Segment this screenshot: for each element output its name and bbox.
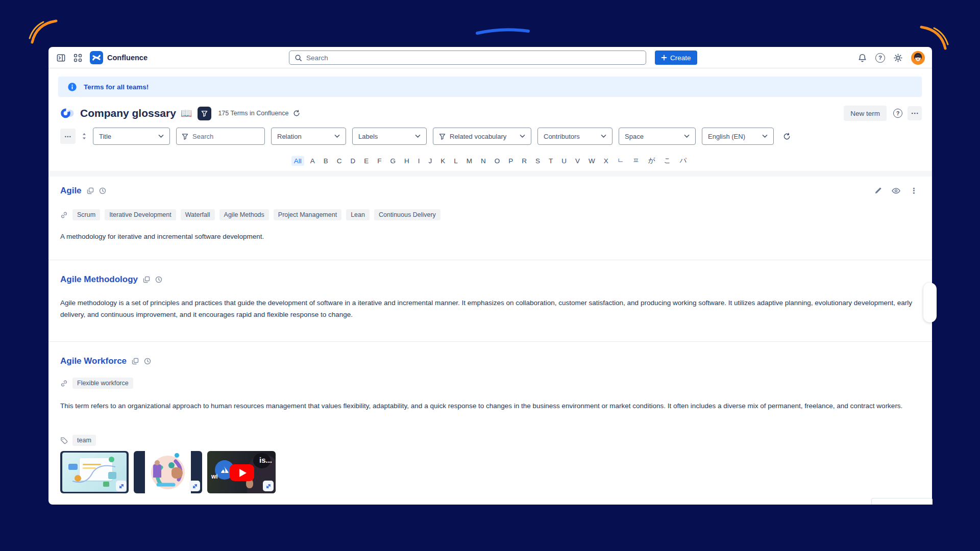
funnel-icon — [201, 110, 208, 117]
info-icon — [67, 82, 77, 92]
sync-icon[interactable] — [293, 110, 300, 117]
alphabet-letter[interactable]: R — [519, 156, 529, 166]
filter-search[interactable] — [176, 128, 265, 145]
alphabet-letter[interactable]: K — [438, 156, 448, 166]
alphabet-letter[interactable]: V — [573, 156, 582, 166]
alphabet-letter[interactable]: P — [506, 156, 516, 166]
alphabet-letter[interactable]: B — [321, 156, 331, 166]
expand-icon[interactable] — [263, 481, 274, 491]
page-title: Company glossary — [80, 107, 176, 119]
edit-pencil-icon[interactable] — [874, 187, 882, 194]
copy-icon[interactable] — [143, 276, 150, 283]
relation-chip[interactable]: Project Management — [274, 209, 341, 220]
alphabet-letter[interactable]: I — [415, 156, 423, 166]
alphabet-letter[interactable]: L — [451, 156, 460, 166]
alphabet-letter[interactable]: が — [646, 155, 658, 166]
banner-text: Terms for all teams! — [84, 83, 149, 91]
alphabet-letter[interactable]: A — [308, 156, 317, 166]
alphabet-letter[interactable]: J — [426, 156, 435, 166]
header-more-button[interactable]: ⋯ — [908, 106, 922, 120]
alphabet-letter[interactable]: U — [559, 156, 569, 166]
term-title-link[interactable]: Agile Workforce — [60, 356, 127, 366]
create-button[interactable]: Create — [655, 51, 697, 65]
term-attachments: wi is... — [60, 451, 276, 493]
relation-chip[interactable]: Agile Methods — [219, 209, 269, 220]
alphabet-letter[interactable]: C — [334, 156, 345, 166]
notifications-bell-icon[interactable] — [857, 53, 867, 63]
related-vocabulary-select[interactable]: Related vocabulary — [433, 128, 531, 145]
sort-by-select[interactable]: Title — [93, 128, 170, 145]
settings-gear-icon[interactable] — [893, 53, 903, 63]
alphabet-letter[interactable]: こ — [662, 155, 674, 166]
chevron-down-icon — [334, 134, 340, 138]
side-panel-handle[interactable] — [923, 283, 937, 322]
alphabet-letter[interactable]: X — [601, 156, 611, 166]
alphabet-letter[interactable]: N — [478, 156, 488, 166]
filter-search-input[interactable] — [192, 133, 253, 140]
help-icon[interactable]: ? — [875, 53, 885, 63]
filters-more-button[interactable]: ⋯ — [60, 129, 76, 144]
header-help-icon[interactable]: ? — [893, 109, 902, 118]
user-avatar[interactable] — [911, 51, 925, 65]
confluence-brand[interactable]: Confluence — [90, 51, 148, 64]
global-search-input[interactable] — [306, 54, 641, 62]
alphabet-letter[interactable]: All — [291, 156, 304, 166]
chevron-down-icon — [601, 134, 606, 138]
relation-chip[interactable]: Scrum — [72, 209, 100, 220]
alphabet-letter[interactable]: D — [348, 156, 358, 166]
term-title-link[interactable]: Agile Methodology — [60, 274, 138, 285]
kebab-menu-icon[interactable]: ⋮ — [910, 187, 918, 194]
relation-chip[interactable]: Waterfall — [181, 209, 215, 220]
terms-count: 175 Terms in Confluence — [218, 110, 288, 117]
sidebar-toggle-icon[interactable] — [56, 53, 66, 63]
history-clock-icon[interactable] — [155, 276, 162, 283]
attachment-video-youtube[interactable]: wi is... — [207, 451, 276, 493]
space-select[interactable]: Space — [619, 128, 696, 145]
language-select[interactable]: English (EN) — [702, 128, 774, 145]
chevron-down-icon — [520, 134, 525, 138]
attachment-image-2[interactable] — [134, 451, 202, 493]
alphabet-letter[interactable]: ㅍ — [630, 155, 642, 166]
alphabet-letter[interactable]: ㄴ — [615, 155, 627, 166]
copy-icon[interactable] — [132, 358, 139, 365]
glossary-filter-button[interactable] — [198, 107, 211, 120]
alphabet-letter[interactable]: E — [361, 156, 371, 166]
app-switcher-icon[interactable] — [74, 54, 82, 62]
labels-select[interactable]: Labels — [352, 128, 427, 145]
alphabet-letter[interactable]: F — [375, 156, 384, 166]
tag-icon — [60, 437, 68, 444]
alphabet-letter[interactable]: H — [402, 156, 412, 166]
plus-icon — [661, 55, 667, 61]
term-labels: team — [60, 435, 96, 446]
relation-chip[interactable]: Lean — [346, 209, 370, 220]
alphabet-letter[interactable]: S — [533, 156, 543, 166]
refresh-icon[interactable] — [783, 133, 791, 140]
new-term-button[interactable]: New term — [844, 106, 887, 121]
relation-chip[interactable]: Flexible workforce — [72, 378, 133, 389]
copy-icon[interactable] — [87, 187, 94, 194]
watch-eye-icon[interactable] — [892, 188, 900, 194]
chevron-down-icon — [415, 134, 421, 138]
global-search[interactable] — [289, 51, 646, 65]
relation-chip[interactable]: Iterative Development — [105, 209, 176, 220]
relation-chip[interactable]: Continuous Delivery — [374, 209, 440, 220]
history-clock-icon[interactable] — [144, 358, 151, 365]
alphabet-letter[interactable]: O — [492, 156, 503, 166]
alphabet-letter[interactable]: T — [546, 156, 555, 166]
top-navigation-bar: Confluence Create ? — [48, 47, 932, 68]
history-clock-icon[interactable] — [99, 187, 106, 194]
sort-direction-icon[interactable] — [82, 133, 87, 140]
contributors-select[interactable]: Contributors — [537, 128, 612, 145]
alphabet-letter[interactable]: G — [387, 156, 398, 166]
expand-icon[interactable] — [189, 481, 200, 491]
term-title-link[interactable]: Agile — [60, 186, 82, 196]
alphabet-letter[interactable]: W — [586, 156, 598, 166]
label-chip[interactable]: team — [72, 435, 96, 446]
youtube-play-button[interactable] — [230, 464, 254, 481]
link-icon — [60, 211, 68, 219]
expand-icon[interactable] — [116, 481, 127, 491]
relation-select[interactable]: Relation — [271, 128, 346, 145]
alphabet-letter[interactable]: パ — [677, 155, 690, 166]
alphabet-letter[interactable]: M — [464, 156, 475, 166]
attachment-image-1[interactable] — [60, 451, 129, 493]
